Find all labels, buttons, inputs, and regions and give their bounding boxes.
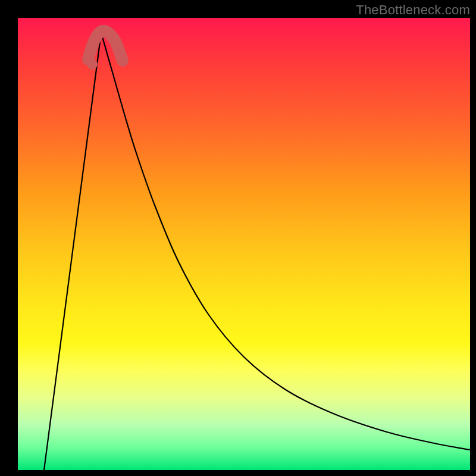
watermark-text: TheBottleneck.com (356, 2, 470, 18)
plot-area (18, 18, 470, 470)
chart-frame: TheBottleneck.com (0, 0, 476, 476)
pink-dot-icon (87, 59, 98, 70)
bottleneck-right-curve (101, 33, 470, 450)
chart-svg (18, 18, 470, 470)
bottleneck-left-line (44, 33, 101, 470)
